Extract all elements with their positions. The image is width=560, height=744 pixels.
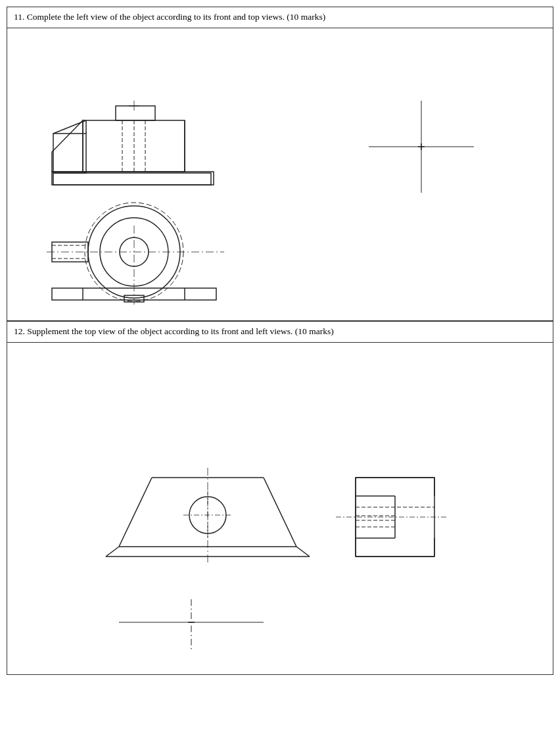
question-11-text: 11. Complete the left view of the object… [14,12,325,22]
question-11-block: 11. Complete the left view of the object… [7,7,553,321]
svg-line-37 [296,547,310,557]
svg-line-34 [264,478,296,547]
question-12-body [7,343,553,674]
svg-rect-0 [53,173,211,185]
svg-line-36 [106,547,119,557]
svg-line-33 [119,478,152,547]
svg-rect-8 [116,106,155,120]
question-12-block: 12. Supplement the top view of the objec… [7,321,553,675]
svg-marker-1 [53,134,86,173]
question-12-text: 12. Supplement the top view of the objec… [14,326,334,336]
question-11-body [7,28,553,320]
question-11-header: 11. Complete the left view of the object… [7,7,553,28]
question-12-header: 12. Supplement the top view of the objec… [7,322,553,343]
q11-drawing [14,35,546,311]
q12-drawing [14,349,546,665]
svg-rect-43 [356,478,434,496]
svg-rect-4 [52,172,214,185]
page: 11. Complete the left view of the object… [0,0,560,744]
